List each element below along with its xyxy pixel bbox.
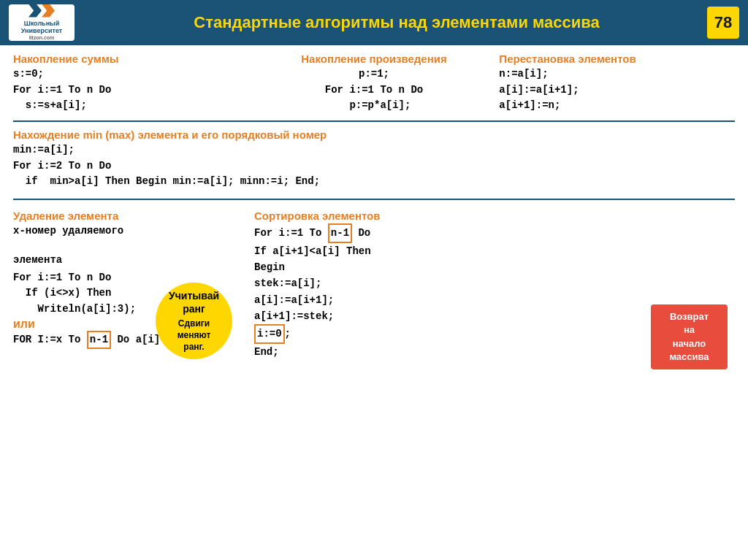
sort-line4: stek:=a[i]; (254, 275, 735, 291)
bottom-row: Удаление элемента x-номер удаляемого эле… (13, 210, 735, 360)
sort-title: Сортировка элементов (254, 210, 735, 222)
page-number: 78 (707, 7, 739, 39)
product-section: Накопление произведения p:=1; For i:=1 T… (256, 53, 492, 114)
balloon-rank-line1: Учитывай (169, 289, 219, 302)
page: Школьный Университет litzon.com Стандарт… (0, 0, 748, 560)
swap-section: Перестановка элементов n:=a[i]; a[i]:=a[… (499, 53, 735, 114)
swap-title: Перестановка элементов (499, 53, 735, 65)
main-content: Накопление суммы s:=0; For i:=1 To n Do … (0, 45, 748, 560)
balloon-rank-line3: Сдвиги (169, 318, 219, 330)
balloon-rank: Учитывай ранг Сдвиги меняют ранг. (156, 283, 232, 359)
i-0-highlight: i:=0 (254, 324, 285, 343)
logo-line2: Университет (21, 27, 62, 35)
balloon-rank-line5: ранг. (169, 342, 219, 353)
n-1-highlight-sort: n-1 (328, 223, 352, 242)
divider1 (13, 120, 735, 122)
divider2 (13, 199, 735, 200)
find-min-code: min:=a[i]; For i:=2 To n Do if min>a[i] … (13, 142, 735, 190)
find-min-title: Нахождение min (max) элемента и его поря… (13, 129, 735, 141)
product-title: Накопление произведения (256, 53, 492, 65)
logo-line3: litzon.com (21, 35, 62, 41)
return-line2: на (658, 323, 720, 337)
n-1-highlight-delete: n-1 (87, 331, 111, 350)
logo: Школьный Университет litzon.com (9, 4, 75, 41)
sort-line2: If a[i+1]<a[i] Then (254, 243, 735, 259)
top-row: Накопление суммы s:=0; For i:=1 To n Do … (13, 53, 735, 114)
sum-title: Накопление суммы (13, 53, 249, 65)
delete-title: Удаление элемента (13, 210, 232, 222)
for-i-x-code: FOR I:=x To (13, 334, 87, 345)
delete-desc2: элемента (13, 253, 232, 269)
header: Школьный Университет litzon.com Стандарт… (0, 0, 748, 45)
page-title: Стандартные алгоритмы над элементами мас… (86, 13, 707, 32)
swap-code: n:=a[i]; a[i]:=a[i+1]; a[i+1]:=n; (499, 66, 735, 114)
return-line3: начало (658, 337, 720, 350)
logo-line1: Школьный (21, 20, 62, 28)
sort-line1: For i:=1 To n-1 Do (254, 223, 735, 242)
return-line4: массива (658, 350, 720, 364)
balloon-rank-line2: ранг (169, 302, 219, 315)
balloon-return: Возврат на начало массива (651, 304, 728, 369)
balloon-rank-line4: меняют (169, 330, 219, 342)
delete-desc1: x-номер удаляемого (13, 223, 232, 239)
find-min-section: Нахождение min (max) элемента и его поря… (13, 129, 735, 190)
return-line1: Возврат (658, 310, 720, 323)
sum-code: s:=0; For i:=1 To n Do s:=s+a[i]; (13, 66, 249, 114)
sort-line3: Begin (254, 259, 735, 275)
sum-section: Накопление суммы s:=0; For i:=1 To n Do … (13, 53, 249, 114)
product-code: p:=1; For i:=1 To n Do p:=p*a[i]; (256, 66, 492, 114)
